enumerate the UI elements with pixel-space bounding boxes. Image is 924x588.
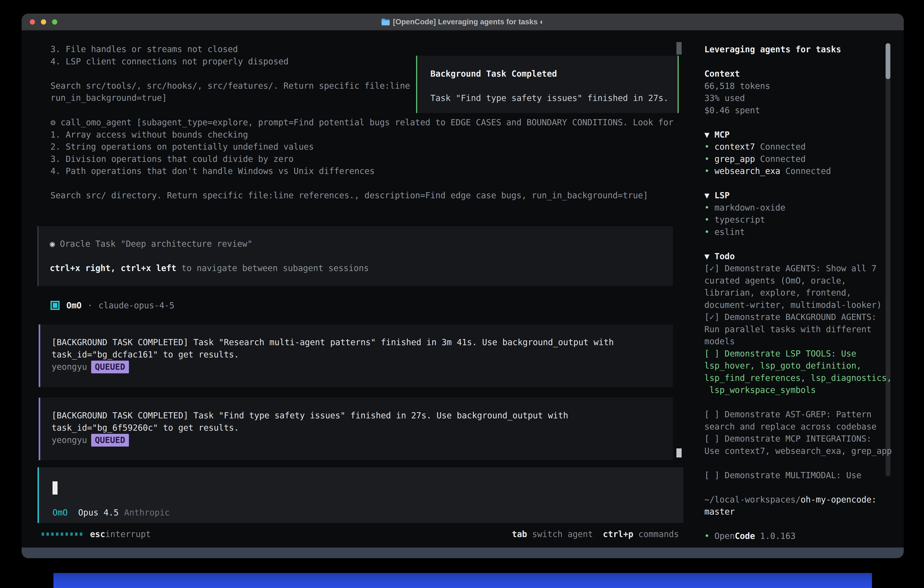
terminal-line bbox=[51, 177, 673, 190]
terminal-line: curated agents (OmO, oracle, bbox=[705, 275, 893, 287]
input-provider-name: Anthropic bbox=[124, 508, 170, 517]
terminal-line: • context7 Connected bbox=[705, 141, 893, 153]
esc-key-hint: esc bbox=[90, 529, 105, 539]
terminal-line: • markdown-oxide bbox=[705, 202, 893, 214]
titlebar[interactable]: [OpenCode] Leveraging agents for tasks ◐ bbox=[21, 14, 904, 30]
terminal-line: 4. LSP client connections not properly d… bbox=[51, 56, 410, 68]
terminal-line: 66,518 tokens bbox=[705, 80, 893, 92]
ctrlp-key-hint: ctrl+p bbox=[603, 529, 634, 539]
agent-name: OmO bbox=[66, 301, 82, 311]
terminal-line: Search src/ directory. Return specific f… bbox=[51, 189, 673, 202]
task2-lines: [BACKGROUND TASK COMPLETED] Task "Find t… bbox=[52, 410, 673, 434]
terminal-line: • grep_app Connected bbox=[705, 153, 893, 165]
status-left: esc interrupt bbox=[41, 529, 151, 539]
spinner-dot bbox=[51, 532, 54, 536]
task2-user-row: yeongyuQUEUED bbox=[52, 434, 673, 447]
terminal-line: ctrl+x right, ctrl+x left to navigate be… bbox=[50, 262, 673, 274]
terminal-line: [ ] Demonstrate AST-GREP: Pattern bbox=[705, 408, 893, 421]
window-footer-bar bbox=[21, 548, 904, 558]
input-agent-name: OmO bbox=[53, 508, 68, 517]
close-button[interactable] bbox=[30, 19, 35, 25]
main-scrollbar-indicator[interactable] bbox=[676, 448, 681, 458]
esc-key-label: interrupt bbox=[105, 529, 151, 539]
spinner-dot bbox=[75, 532, 78, 536]
separator-dot: · bbox=[87, 301, 92, 311]
terminal-line: Use context7, websearch_exa, grep_app bbox=[705, 445, 893, 457]
terminal-line: task_id="bg_dcfac161" to get results. bbox=[52, 349, 673, 361]
terminal-line bbox=[51, 68, 410, 80]
notification-lines: Background Task Completed Task "Find typ… bbox=[431, 68, 678, 104]
spinner-dot bbox=[41, 532, 44, 536]
terminal-line: 1. Array access without bounds checking bbox=[51, 129, 673, 141]
terminal-line: [✓] Demonstrate AGENTS: Show all 7 bbox=[705, 263, 893, 275]
terminal-line: ▼ MCP bbox=[705, 129, 893, 141]
terminal-line: Search src/tools/, src/hooks/, src/featu… bbox=[51, 80, 410, 92]
terminal-line: 4. Path operations that don't handle Win… bbox=[51, 165, 673, 177]
background-task-notification: Background Task Completed Task "Find typ… bbox=[416, 56, 679, 113]
terminal-line: lsp_hover, lsp_goto_definition, bbox=[705, 360, 893, 372]
terminal-line bbox=[705, 116, 893, 129]
spinner-dots bbox=[41, 532, 82, 536]
status-badge: QUEUED bbox=[91, 434, 129, 447]
terminal-line: ▼ LSP bbox=[705, 189, 893, 202]
terminal-line bbox=[705, 56, 893, 68]
terminal-line: master bbox=[705, 506, 893, 518]
terminal-line: • websearch_exa Connected bbox=[705, 165, 893, 177]
transcript-top-text: 3. File handles or streams not closed4. … bbox=[51, 43, 410, 104]
terminal-line bbox=[705, 457, 893, 469]
username: yeongyu bbox=[52, 362, 87, 372]
spinner-dot bbox=[46, 532, 49, 536]
terminal-line bbox=[705, 238, 893, 250]
main-scrollbar-thumb[interactable] bbox=[676, 42, 681, 55]
terminal-line: lsp_workspace_symbols bbox=[705, 384, 893, 396]
terminal-line: • OpenCode 1.0.163 bbox=[705, 530, 893, 542]
terminal-line: 3. Division operations that could divide… bbox=[51, 153, 673, 165]
terminal-line: librarian, explore, frontend, bbox=[705, 287, 893, 299]
terminal-line: Task "Find type safety issues" finished … bbox=[431, 92, 678, 104]
terminal-window: [OpenCode] Leveraging agents for tasks ◐… bbox=[21, 14, 904, 558]
status-right: tab switch agent ctrl+p commands bbox=[502, 529, 679, 539]
terminal-line bbox=[705, 177, 893, 190]
terminal-line: ◉ Oracle Task "Deep architecture review" bbox=[50, 238, 673, 250]
background-task-message-1: [BACKGROUND TASK COMPLETED] Task "Resear… bbox=[39, 324, 673, 387]
terminal-line: [ ] Demonstrate MULTIMODAL: Use bbox=[705, 469, 893, 482]
minimize-button[interactable] bbox=[41, 19, 46, 25]
username: yeongyu bbox=[52, 435, 87, 445]
agent-checkbox-icon bbox=[51, 301, 59, 310]
zoom-button[interactable] bbox=[52, 19, 57, 25]
agent-call-text: ⚙ call_omo_agent [subagent_type=explore,… bbox=[51, 116, 673, 202]
ctrlp-hint-group: ctrl+p commands bbox=[603, 529, 679, 539]
terminal-line bbox=[50, 250, 673, 263]
terminal-line: run_in_background=true] bbox=[51, 92, 410, 104]
spinner-dot bbox=[80, 532, 82, 536]
window-title-group: [OpenCode] Leveraging agents for tasks ◐ bbox=[381, 18, 544, 26]
spinner-dot bbox=[66, 532, 68, 536]
spinner-dot bbox=[56, 532, 58, 536]
terminal-line: ~/local-workspaces/oh-my-opencode: bbox=[705, 494, 893, 506]
text-cursor bbox=[53, 481, 58, 495]
terminal-line: [BACKGROUND TASK COMPLETED] Task "Find t… bbox=[52, 410, 673, 422]
terminal-line: [BACKGROUND TASK COMPLETED] Task "Resear… bbox=[52, 336, 673, 349]
terminal-line: Run parallel tasks with different bbox=[705, 323, 893, 335]
status-badge: QUEUED bbox=[91, 361, 129, 373]
terminal-line: ▼ Todo bbox=[705, 250, 893, 263]
terminal-line: $0.46 spent bbox=[705, 104, 893, 117]
terminal-line: ⚙ call_omo_agent [subagent_type=explore,… bbox=[51, 116, 673, 129]
terminal-line: [ ] Demonstrate MCP INTEGRATIONS: bbox=[705, 433, 893, 445]
background-task-message-2: [BACKGROUND TASK COMPLETED] Task "Find t… bbox=[39, 398, 673, 460]
terminal-line: 2. String operations on potentially unde… bbox=[51, 141, 673, 153]
terminal-line: models bbox=[705, 335, 893, 348]
terminal-line: Background Task Completed bbox=[431, 68, 678, 80]
desktop-wallpaper-strip bbox=[53, 573, 872, 588]
model-info-row: OmO Opus 4.5 Anthropic bbox=[53, 507, 170, 519]
spinner-dot bbox=[61, 532, 63, 536]
tab-key-label: switch agent bbox=[527, 529, 593, 539]
status-bar: esc interrupt tab switch agent ctrl+p co… bbox=[41, 528, 679, 540]
terminal-line bbox=[705, 518, 893, 530]
input-model-name: Opus 4.5 bbox=[78, 508, 119, 517]
prompt-input[interactable]: OmO Opus 4.5 Anthropic bbox=[38, 467, 683, 523]
oracle-task-lines: ◉ Oracle Task "Deep architecture review"… bbox=[50, 238, 673, 274]
terminal-line bbox=[705, 396, 893, 409]
terminal-line bbox=[705, 481, 893, 494]
window-title: [OpenCode] Leveraging agents for tasks ◐ bbox=[393, 18, 544, 26]
